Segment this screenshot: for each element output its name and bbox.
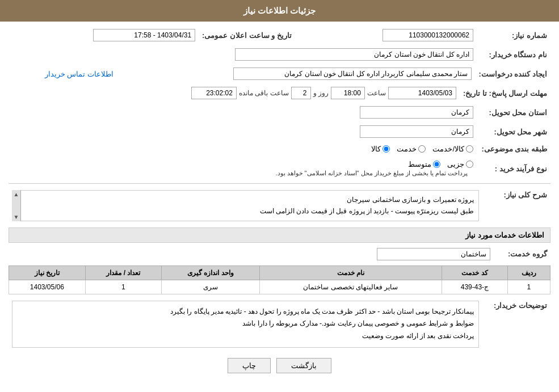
ostan-field: کرمان	[360, 106, 473, 119]
col-code: کد خدمت	[442, 265, 507, 280]
col-tedad: تعداد / مقدار	[85, 265, 162, 280]
dastgah-table: نام دستگاه خریدار: اداره کل انتقال خون ا…	[9, 47, 550, 62]
tabaqe-table: طبقه بندی موضوعی: کالا/خدمت خدمت	[9, 143, 550, 155]
ostan-label: استان محل تحویل:	[477, 104, 550, 120]
tarikh-elam-value: 1403/04/31 - 17:58	[9, 27, 199, 43]
sharh-line1: پروژه تعمیرات و بازسازی ساختمانی سیرجان	[347, 196, 474, 204]
col-radif: ردیف	[507, 265, 550, 280]
sharh-box-wrapper: پروژه تعمیرات و بازسازی ساختمانی سیرجان …	[12, 190, 479, 221]
nooe-table: نوع فرآیند خرید : جزیی متوسط پرداخت تمام…	[9, 158, 550, 179]
tosih-line3: پرداخت نقدی بعد از ارائه صورت وضعیت	[362, 332, 474, 340]
radio-kala-khedmat-label: کالا/خدمت	[432, 145, 464, 153]
radio-khedmat: خدمت	[397, 145, 426, 153]
page-header: جزئیات اطلاعات نیاز	[0, 0, 559, 22]
radio-motawaset-label: متوسط	[408, 160, 431, 168]
scroll-up-arrow[interactable]: ▲	[12, 190, 20, 199]
tabaqe-radio-group: کالا/خدمت خدمت کالا	[12, 145, 473, 153]
services-table: ردیف کد خدمت نام خدمت واحد اندازه گیری ت…	[9, 265, 550, 294]
tosih-box: پیمانکار ترجیحا بومی استان باشد - حد اکث…	[12, 301, 479, 348]
top-info-table: شماره نیاز: 1103000132000062 تاریخ و ساع…	[9, 27, 550, 43]
mohlat-label: مهلت ارسال پاسخ: تا تاریخ:	[460, 85, 550, 101]
mohlat-roz-field: 2	[291, 87, 311, 99]
col-vahed: واحد اندازه گیری	[162, 265, 259, 280]
bazgasht-button[interactable]: بازگشت	[276, 358, 331, 373]
mohlat-saat-field: 18:00	[331, 87, 365, 99]
ejad-value: ستار محمدی سلیمانی کاربردار اداره کل انت…	[124, 66, 475, 82]
cell-radif: 1	[507, 280, 550, 294]
radio-kala: کالا	[371, 145, 390, 153]
radio-jozee-label: جزیی	[447, 160, 464, 168]
name-dastgah-label: نام دستگاه خریدار:	[477, 47, 550, 62]
nooe-description: پرداخت تمام یا بخشی از مبلغ خریداز محل "…	[275, 170, 468, 176]
cell-code: ج-43-439	[442, 280, 507, 294]
etelaat-tamas-link[interactable]: اطلاعات تماس خریدار	[45, 70, 114, 78]
gorooh-field: ساختمان	[377, 248, 490, 260]
name-dastgah-value: اداره کل انتقال خون استان کرمان	[9, 47, 477, 62]
sharh-label: شرح کلی نیاز:	[482, 188, 550, 223]
sharh-table: شرح کلی نیاز: پروژه تعمیرات و بازسازی سا…	[9, 188, 550, 223]
ostan-table: استان محل تحویل: کرمان	[9, 104, 550, 120]
sharh-box: پروژه تعمیرات و بازسازی ساختمانی سیرجان …	[12, 190, 479, 221]
main-content: شماره نیاز: 1103000132000062 تاریخ و ساع…	[0, 22, 559, 385]
cell-name: سایر فعالیتهای تخصصی ساختمان	[259, 280, 442, 294]
divider-1	[9, 183, 550, 184]
scroll-down-arrow[interactable]: ▼	[12, 213, 20, 221]
gorooh-table: گروه خدمت: ساختمان	[9, 246, 550, 262]
radio-motawaset: متوسط	[408, 160, 440, 168]
mohlat-mande-field: 23:02:02	[191, 87, 237, 99]
radio-khedmat-label: خدمت	[397, 145, 417, 153]
tosih-label: توضیحات خریدار:	[482, 299, 550, 349]
shahr-table: شهر محل تحویل: کرمان	[9, 124, 550, 140]
khadamat-section-header: اطلاعات خدمات مورد نیاز	[9, 227, 550, 243]
radio-kala-input[interactable]	[383, 145, 390, 153]
tosih-table: توضیحات خریدار: پیمانکار ترجیحا بومی است…	[9, 299, 550, 349]
radio-kala-khedmat: کالا/خدمت	[432, 145, 473, 153]
khadamat-title: اطلاعات خدمات مورد نیاز	[465, 231, 544, 239]
radio-jozee-input[interactable]	[466, 161, 473, 168]
tarikh-elam-field: 1403/04/31 - 17:58	[93, 29, 195, 41]
mohlat-date-field: 1403/05/03	[388, 87, 456, 99]
tarikh-elam-label: تاریخ و ساعت اعلان عمومی:	[199, 27, 295, 43]
cell-vahed: سری	[162, 280, 259, 294]
buttons-row: بازگشت چاپ	[9, 358, 550, 373]
shomara-niaz-value: 1103000132000062	[306, 27, 477, 43]
shomara-niaz-field: 1103000132000062	[383, 29, 473, 41]
nooe-radio-group: جزیی متوسط	[12, 160, 473, 168]
cell-tarikh: 1403/05/06	[9, 280, 86, 294]
page-title: جزئیات اطلاعات نیاز	[243, 6, 316, 15]
radio-kala-khedmat-input[interactable]	[466, 145, 473, 153]
page-container: جزئیات اطلاعات نیاز شماره نیاز: 11030001…	[0, 0, 559, 392]
table-row: 1ج-43-439سایر فعالیتهای تخصصی ساختمانسری…	[9, 280, 550, 294]
tosih-line2: ضوابط و شرایط عمومی و خصوصی پیمان رعایت …	[242, 319, 474, 327]
mohlat-mande-label: ساعت باقی مانده	[239, 89, 289, 97]
sharh-line2: طبق لیست ریزمترّه پیوست - بازدید از پروژ…	[260, 207, 474, 215]
cell-tedad: 1	[85, 280, 162, 294]
radio-motawaset-input[interactable]	[433, 161, 440, 168]
tosih-line1: پیمانکار ترجیحا بومی استان باشد - حد اکث…	[170, 307, 474, 315]
ejad-label: ایجاد کننده درخواست:	[475, 66, 550, 82]
name-dastgah-field: اداره کل انتقال خون استان کرمان	[235, 48, 473, 61]
mohlat-table: مهلت ارسال پاسخ: تا تاریخ: 1403/05/03 سا…	[9, 85, 550, 101]
radio-jozee: جزیی	[447, 160, 473, 168]
mohlat-roz-label: روز و	[313, 89, 329, 97]
shahr-field: کرمان	[360, 125, 473, 138]
sharh-scrollbar[interactable]: ▲ ▼	[12, 190, 21, 221]
ejad-table: ایجاد کننده درخواست: ستار محمدی سلیمانی …	[9, 66, 550, 82]
gorooh-label: گروه خدمت:	[494, 246, 550, 262]
ejad-field: ستار محمدی سلیمانی کاربردار اداره کل انت…	[233, 68, 472, 80]
radio-khedmat-input[interactable]	[418, 145, 426, 153]
mohlat-saat-label: ساعت	[367, 89, 386, 97]
radio-kala-label: کالا	[371, 145, 381, 153]
tabaqe-label: طبقه بندی موضوعی:	[477, 143, 550, 155]
col-tarikh: تاریخ نیاز	[9, 265, 86, 280]
chap-button[interactable]: چاپ	[228, 358, 271, 373]
col-name: نام خدمت	[259, 265, 442, 280]
shahr-label: شهر محل تحویل:	[477, 124, 550, 140]
shomara-niaz-label: شماره نیاز:	[477, 27, 550, 43]
nooe-label: نوع فرآیند خرید :	[477, 158, 550, 179]
